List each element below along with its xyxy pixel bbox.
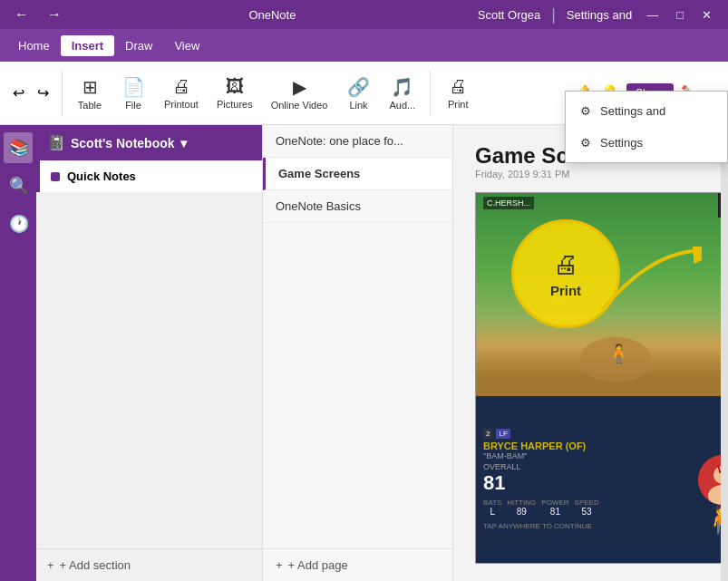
- file-label: File: [125, 100, 141, 111]
- ribbon-divider: [62, 71, 63, 116]
- player-name-field: C.HERSH...: [483, 197, 534, 209]
- menu-draw[interactable]: Draw: [114, 35, 163, 56]
- notebook-name: Scott's Notebook: [71, 136, 175, 150]
- notebooks-icon[interactable]: 📚: [4, 132, 33, 163]
- minimize-button[interactable]: —: [639, 6, 665, 24]
- player-stats-row: BATS L HITTING 89 POWER 81: [483, 499, 691, 517]
- notebook-panel: 📓 Scott's Notebook ▾ Quick Notes + + Add…: [36, 125, 263, 581]
- content-area: Game Screens Friday, 2019 9:31 PM C.HERS…: [453, 125, 728, 581]
- power-stat: POWER 81: [541, 499, 568, 517]
- bats-stat: BATS L: [483, 499, 501, 517]
- online-video-button[interactable]: ▶ Online Video: [264, 73, 335, 114]
- print-button[interactable]: 🖨 Print: [438, 73, 478, 113]
- online-video-label: Online Video: [271, 100, 328, 111]
- table-label: Table: [78, 100, 102, 111]
- screenshot-wrapper: C.HERSH... 0 - 0 0 OUTS 🧍 ⋯ ▷: [475, 192, 728, 564]
- player-overall: 81: [483, 471, 691, 495]
- table-button[interactable]: ⊞ Table: [70, 73, 110, 114]
- file-button[interactable]: 📄 File: [113, 73, 153, 114]
- hitting-value: 89: [507, 507, 536, 517]
- notebook-icon: 📓: [47, 134, 65, 151]
- page-year: 2019: [508, 169, 529, 179]
- printout-button[interactable]: 🖨 Printout: [157, 73, 206, 113]
- player-overall-label: OVERALL: [483, 462, 691, 471]
- pictures-label: Pictures: [217, 99, 253, 110]
- forward-button[interactable]: →: [42, 5, 67, 24]
- add-page-icon: +: [276, 558, 283, 572]
- add-section-button[interactable]: + + Add section: [36, 548, 262, 581]
- table-icon: ⊞: [83, 76, 98, 98]
- user-name: Scott Orgea: [478, 8, 540, 22]
- print-icon: 🖨: [449, 76, 467, 97]
- link-button[interactable]: 🔗 Link: [338, 73, 378, 114]
- page-item-1[interactable]: OneNote: one place fo...: [263, 125, 452, 158]
- tap-label: TAP ANYWHERE TO CONTINUE: [483, 522, 691, 530]
- player-card: 2 LF BRYCE HARPER (OF) "BAM-BAM" OVERALL…: [476, 396, 728, 563]
- titlebar-nav: ← →: [9, 5, 67, 24]
- section-list: Quick Notes: [36, 160, 262, 548]
- content-scrollbar[interactable]: [721, 125, 728, 581]
- add-page-label: + Add page: [288, 558, 348, 572]
- titlebar-right: Scott Orgea | Settings and — □ ✕: [478, 5, 719, 24]
- settings-item[interactable]: ⚙ Settings: [566, 127, 727, 159]
- section-name: Quick Notes: [67, 169, 136, 183]
- print-label: Print: [448, 99, 469, 110]
- page-item-3[interactable]: OneNote Basics: [263, 190, 452, 223]
- settings-and-text: Settings and: [600, 104, 665, 118]
- main-layout: 📚 🔍 🕐 📓 Scott's Notebook ▾ Quick Notes +…: [0, 125, 728, 581]
- power-label: POWER: [541, 499, 568, 507]
- file-icon: 📄: [122, 76, 145, 98]
- link-icon: 🔗: [347, 76, 370, 98]
- app-title: OneNote: [248, 8, 296, 22]
- search-icon[interactable]: 🔍: [4, 170, 33, 201]
- redo-button[interactable]: ↪: [32, 81, 54, 105]
- close-button[interactable]: ✕: [694, 6, 719, 24]
- titlebar: ← → OneNote Scott Orgea | Settings and —…: [0, 0, 728, 29]
- hitting-label: HITTING: [507, 499, 536, 507]
- print-highlight-text: Print: [550, 283, 581, 298]
- settings-dropdown: ⚙ Settings and ⚙ Settings: [565, 91, 728, 163]
- audio-button[interactable]: 🎵 Aud...: [382, 73, 422, 114]
- player-name: BRYCE HARPER (OF): [483, 441, 691, 451]
- printout-label: Printout: [164, 99, 199, 110]
- add-section-icon: +: [47, 558, 54, 572]
- ribbon-divider-2: [430, 71, 431, 116]
- settings-icon: ⚙: [580, 104, 591, 118]
- speed-label: SPEED: [575, 499, 599, 507]
- page-item-2[interactable]: Game Screens: [263, 158, 452, 190]
- sidebar-icons: 📚 🔍 🕐: [0, 125, 36, 581]
- speed-value: 53: [575, 507, 599, 517]
- pages-panel: OneNote: one place fo... Game Screens On…: [263, 125, 453, 581]
- settings-and-item[interactable]: ⚙ Settings and: [566, 95, 727, 127]
- window-controls: — □ ✕: [639, 6, 719, 24]
- section-quick-notes[interactable]: Quick Notes: [36, 160, 262, 192]
- player-info: 2 LF BRYCE HARPER (OF) "BAM-BAM" OVERALL…: [483, 429, 691, 530]
- hitting-stat: HITTING 89: [507, 499, 536, 517]
- pitcher-figure: 🧍: [607, 343, 630, 364]
- menu-home[interactable]: Home: [7, 35, 61, 56]
- bats-label: BATS: [483, 499, 501, 507]
- add-page-button[interactable]: + + Add page: [263, 548, 452, 581]
- printout-icon: 🖨: [172, 76, 190, 97]
- ribbon: ↩ ↪ ⊞ Table 📄 File 🖨 Printout 🖼 Pictures…: [0, 62, 728, 125]
- page-list: OneNote: one place fo... Game Screens On…: [263, 125, 452, 548]
- menu-insert[interactable]: Insert: [61, 35, 114, 56]
- audio-icon: 🎵: [391, 76, 413, 98]
- undo-button[interactable]: ↩: [7, 81, 30, 105]
- pictures-button[interactable]: 🖼 Pictures: [209, 73, 260, 113]
- link-label: Link: [349, 100, 367, 111]
- speed-stat: SPEED 53: [575, 499, 599, 517]
- print-highlight-icon: 🖨: [553, 249, 578, 279]
- yellow-arrow: [593, 247, 702, 319]
- settings-gear-icon: ⚙: [580, 136, 591, 150]
- section-color: [51, 172, 60, 181]
- menu-view[interactable]: View: [163, 35, 210, 56]
- notebook-header[interactable]: 📓 Scott's Notebook ▾: [36, 125, 262, 160]
- page-meta: Friday, 2019 9:31 PM: [475, 169, 706, 179]
- back-button[interactable]: ←: [9, 5, 34, 24]
- recent-icon[interactable]: 🕐: [4, 208, 33, 239]
- maximize-button[interactable]: □: [669, 6, 691, 24]
- video-icon: ▶: [293, 76, 306, 98]
- player-nickname: "BAM-BAM": [483, 451, 691, 460]
- settings-and-label: Settings and: [567, 8, 632, 22]
